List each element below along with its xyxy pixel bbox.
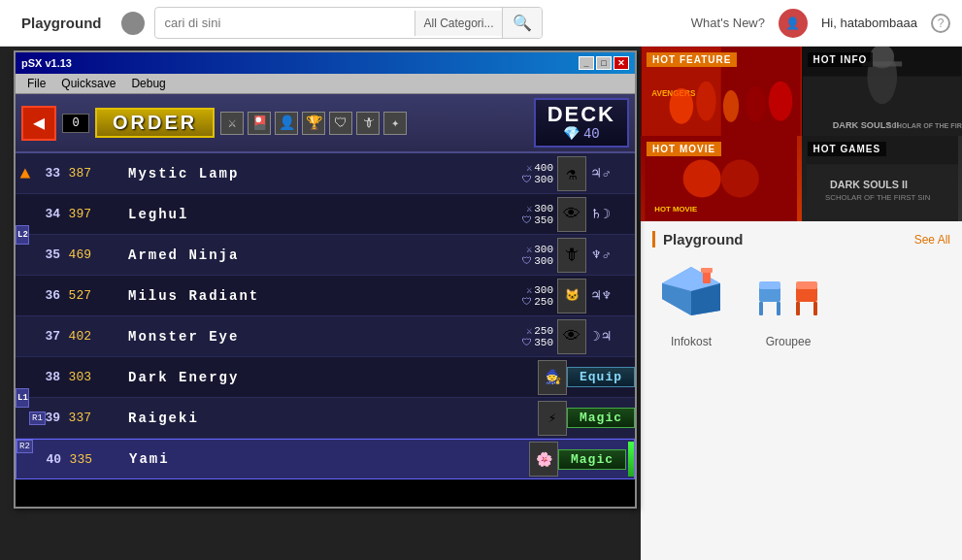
- avatar: 👤: [779, 9, 808, 38]
- search-input[interactable]: [155, 10, 415, 36]
- card-name: Monster Eye: [122, 329, 509, 345]
- menu-debug[interactable]: Debug: [123, 76, 173, 91]
- card-stats: ⚔300 🛡300: [509, 244, 557, 267]
- game-header: ◀ 0 ORDER ⚔ 🎴 👤 🏆 🛡 🗡 ✦: [16, 94, 635, 153]
- right-panel: AVENGERS HOT FEATURE: [641, 47, 962, 560]
- card-thumbnail: 👁: [557, 197, 586, 232]
- psx-window: pSX v1.13 _ □ ✕ File Quicksave Debug ◀: [14, 50, 637, 509]
- header-icon-1: ⚔: [220, 112, 244, 135]
- card-num-section: 36 527: [35, 288, 122, 303]
- table-row: 36 527 Milus Radiant ⚔300 🛡250 🐱: [16, 276, 635, 316]
- infokost-label: Infokost: [671, 335, 712, 348]
- top-bar-left: Playground: [12, 12, 145, 35]
- main-content: pSX v1.13 _ □ ✕ File Quicksave Debug ◀: [0, 47, 962, 560]
- game-deck-count: 💎 40: [547, 125, 615, 142]
- hot-banners: AVENGERS HOT FEATURE: [641, 47, 962, 221]
- game-header-icons: ⚔ 🎴 👤 🏆 🛡 🗡 ✦: [220, 112, 407, 135]
- banner-hot-movie[interactable]: HOT MOVIE HOT MOVIE: [641, 136, 802, 221]
- svg-point-17: [721, 159, 759, 197]
- card-name: Leghul: [122, 207, 509, 222]
- svg-text:HOT MOVIE: HOT MOVIE: [654, 205, 697, 214]
- search-button[interactable]: 🔍: [502, 8, 542, 38]
- card-stats: ⚔300 🛡350: [509, 203, 557, 226]
- card-id: 402: [64, 329, 95, 344]
- svg-point-4: [696, 82, 715, 121]
- card-stats: ⚔400 🛡300: [509, 162, 557, 185]
- svg-point-7: [769, 82, 793, 121]
- psx-menubar: File Quicksave Debug: [16, 74, 635, 94]
- card-num-section: 34 397: [35, 207, 122, 221]
- table-row: R2 40 335 Yami 🌸 Magic: [16, 439, 635, 479]
- game-deck-label: DECK: [547, 104, 615, 125]
- svg-text:DARK SOULS II: DARK SOULS II: [829, 179, 907, 190]
- close-button[interactable]: ✕: [614, 56, 629, 70]
- hot-movie-label: HOT MOVIE: [647, 142, 721, 156]
- menu-quicksave[interactable]: Quicksave: [53, 76, 123, 91]
- stat-atk: ⚔400: [526, 162, 553, 174]
- stat-atk: ⚔300: [526, 203, 553, 214]
- menu-file[interactable]: File: [19, 76, 53, 91]
- card-index: 36: [39, 288, 60, 303]
- card-list-container: L2 L1 ▲ 33 387: [16, 153, 635, 479]
- table-row: 37 402 Monster Eye ⚔250 🛡350 👁: [16, 316, 635, 357]
- card-name: Dark Energy: [122, 370, 333, 385]
- stat-def: 🛡350: [522, 214, 553, 226]
- card-symbols: ♃♆: [586, 287, 635, 304]
- svg-rect-35: [796, 302, 800, 315]
- card-index: 33: [39, 166, 60, 181]
- svg-rect-34: [796, 281, 817, 289]
- tab-icon: [121, 12, 145, 35]
- card-index: 40: [40, 452, 61, 467]
- card-stats: ⚔250 🛡350: [509, 325, 557, 348]
- card-num-section: 38 303: [35, 370, 122, 384]
- card-num-section: 40 335: [36, 452, 123, 467]
- minimize-button[interactable]: _: [579, 56, 594, 70]
- app-card-infokost[interactable]: Infokost: [652, 259, 730, 348]
- card-name: Mystic Lamp: [122, 166, 509, 181]
- game-taskbar: [16, 479, 635, 507]
- side-label-l1: L1: [16, 388, 29, 408]
- help-icon[interactable]: ?: [931, 14, 950, 33]
- card-thumbnail: 🧙: [538, 360, 567, 395]
- maximize-button[interactable]: □: [596, 56, 612, 70]
- side-labels: L2 L1: [16, 153, 29, 479]
- card-id: 469: [64, 247, 95, 262]
- psx-window-buttons: _ □ ✕: [579, 56, 629, 70]
- svg-point-16: [683, 159, 721, 197]
- stat-def: 🛡300: [522, 174, 553, 185]
- top-bar: Playground All Categori... 🔍 What's New?…: [0, 0, 962, 47]
- groupee-label: Groupee: [766, 335, 812, 348]
- app-card-groupee[interactable]: Groupee: [749, 259, 827, 348]
- deck-gem-icon: 💎: [563, 125, 580, 142]
- game-back-button[interactable]: ◀: [21, 106, 56, 141]
- header-icon-3: 👤: [275, 112, 298, 135]
- card-id: 387: [64, 166, 95, 181]
- banner-hot-feature[interactable]: AVENGERS HOT FEATURE: [641, 47, 802, 136]
- search-category[interactable]: All Categori...: [415, 11, 501, 36]
- stat-def: 🛡350: [522, 337, 553, 348]
- card-index: 37: [39, 329, 60, 344]
- banner-hot-info[interactable]: DARK SOULS II SCHOLAR OF THE FIRST SIN H…: [802, 47, 963, 136]
- svg-rect-28: [701, 268, 713, 273]
- stat-atk: ⚔300: [526, 244, 553, 255]
- banner-hot-games[interactable]: DARK SOULS II SCHOLAR OF THE FIRST SIN H…: [802, 136, 963, 221]
- svg-point-3: [670, 88, 694, 124]
- card-index: 35: [39, 247, 60, 262]
- card-tag-equip: Equip: [567, 367, 635, 387]
- side-label-r1: R1: [29, 412, 46, 425]
- header-icon-4: 🏆: [302, 112, 325, 135]
- card-symbols: ☽♃: [586, 328, 635, 345]
- game-area: ◀ 0 ORDER ⚔ 🎴 👤 🏆 🛡 🗡 ✦: [16, 94, 635, 507]
- card-thumbnail: 👁: [557, 319, 586, 354]
- tab-playground[interactable]: Playground: [12, 15, 112, 31]
- see-all-link[interactable]: See All: [914, 233, 950, 247]
- svg-rect-36: [813, 302, 817, 315]
- header-icon-5: 🛡: [329, 112, 352, 135]
- card-id: 397: [64, 207, 95, 221]
- card-num-section: 33 387: [35, 166, 122, 181]
- card-name: Milus Radiant: [122, 288, 509, 304]
- card-symbols: ♆♂: [586, 247, 635, 263]
- whats-new-link[interactable]: What's New?: [691, 16, 765, 30]
- card-num-section: 37 402: [35, 329, 122, 344]
- psx-titlebar: pSX v1.13 _ □ ✕: [16, 52, 635, 74]
